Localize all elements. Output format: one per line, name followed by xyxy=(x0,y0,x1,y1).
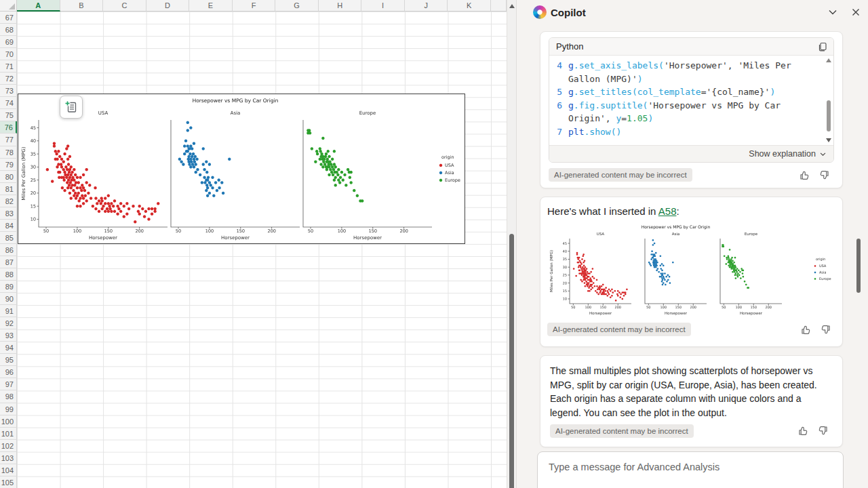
thumbs-down-icon[interactable] xyxy=(820,324,831,336)
row-header-103[interactable]: 103 xyxy=(0,452,17,464)
row-header-70[interactable]: 70 xyxy=(0,48,17,60)
main-chart-canvas[interactable] xyxy=(18,94,465,243)
row-header-68[interactable]: 68 xyxy=(0,24,17,36)
code-scrollbar[interactable] xyxy=(825,58,832,142)
column-header-B[interactable]: B xyxy=(60,0,104,12)
row-header-74[interactable]: 74 xyxy=(0,97,17,109)
row-header-86[interactable]: 86 xyxy=(0,244,17,256)
disclaimer-row: AI-generated content may be incorrect xyxy=(550,424,833,438)
code-body[interactable]: 4g.set_axis_labels('Horsepower', 'Miles … xyxy=(549,56,833,145)
thumbs-up-icon[interactable] xyxy=(800,324,812,336)
row-header-72[interactable]: 72 xyxy=(0,73,17,85)
select-all-button[interactable] xyxy=(0,0,17,12)
thumbs-up-icon[interactable] xyxy=(797,425,809,436)
line-number: 5 xyxy=(552,85,568,99)
row-header-80[interactable]: 80 xyxy=(0,171,17,183)
row-header-87[interactable]: 87 xyxy=(0,256,17,268)
disclaimer-row: AI-generated content may be incorrect xyxy=(547,323,835,336)
row-header-77[interactable]: 77 xyxy=(0,134,17,146)
row-header-73[interactable]: 73 xyxy=(0,85,17,97)
row-header-93[interactable]: 93 xyxy=(0,329,17,342)
panel-scrollbar-thumb[interactable] xyxy=(856,239,861,293)
sheet-scrollbar-thumb[interactable] xyxy=(509,234,514,488)
code-language-label: Python xyxy=(556,41,583,52)
column-header-F[interactable]: F xyxy=(233,0,276,12)
row-header-92[interactable]: 92 xyxy=(0,317,17,329)
thumbs-down-icon[interactable] xyxy=(817,425,829,436)
show-explanation-label: Show explanation xyxy=(749,149,816,159)
copilot-panel: Copilot Python 4g.set_axis_labels('H xyxy=(516,0,868,488)
row-header-100[interactable]: 100 xyxy=(0,415,17,428)
show-explanation-button[interactable]: Show explanation xyxy=(549,145,833,162)
row-header-79[interactable]: 79 xyxy=(0,159,17,171)
row-header-96[interactable]: 96 xyxy=(0,366,17,378)
row-header-83[interactable]: 83 xyxy=(0,207,17,220)
paste-options-button[interactable] xyxy=(60,96,83,119)
line-number: 7 xyxy=(552,125,568,139)
code-text: plt.show() xyxy=(568,125,823,139)
row-header-71[interactable]: 71 xyxy=(0,60,17,73)
row-header-104[interactable]: 104 xyxy=(0,464,17,476)
column-header-J[interactable]: J xyxy=(405,0,448,12)
sheet-vertical-scrollbar[interactable] xyxy=(507,0,516,488)
code-line-4: 4g.set_axis_labels('Horsepower', 'Miles … xyxy=(552,59,823,85)
code-block-header: Python xyxy=(549,38,833,56)
ai-disclaimer-badge: AI-generated content may be incorrect xyxy=(549,168,692,182)
cell-grid[interactable] xyxy=(17,12,507,488)
row-headers: 6768697071727374757677787980818283848586… xyxy=(0,12,17,488)
column-header-D[interactable]: D xyxy=(146,0,190,12)
column-header-filler xyxy=(491,0,507,12)
row-header-81[interactable]: 81 xyxy=(0,183,17,195)
code-line-7: 7plt.show() xyxy=(552,125,823,139)
row-header-67[interactable]: 67 xyxy=(0,12,17,24)
select-all-triangle-icon xyxy=(9,3,15,9)
chat-input[interactable] xyxy=(549,462,832,472)
row-header-91[interactable]: 91 xyxy=(0,305,17,317)
line-number: 6 xyxy=(552,99,568,125)
row-header-88[interactable]: 88 xyxy=(0,268,17,281)
feedback-buttons xyxy=(800,324,831,336)
code-scrollbar-thumb[interactable] xyxy=(827,100,831,131)
scroll-up-arrow-icon[interactable] xyxy=(509,4,515,8)
row-header-69[interactable]: 69 xyxy=(0,36,17,48)
code-scroll-up-icon[interactable] xyxy=(826,58,831,62)
summary-text: The small multiples plot showing scatter… xyxy=(550,364,833,420)
thumbs-down-icon[interactable] xyxy=(818,169,830,181)
row-header-90[interactable]: 90 xyxy=(0,293,17,305)
row-header-75[interactable]: 75 xyxy=(0,109,17,121)
row-header-76[interactable]: 76 xyxy=(0,121,17,134)
row-header-89[interactable]: 89 xyxy=(0,281,17,293)
row-header-82[interactable]: 82 xyxy=(0,195,17,207)
code-text: g.set_titles(col_template='{col_name}') xyxy=(568,85,823,99)
copilot-logo-icon xyxy=(533,5,547,19)
cell-reference-link[interactable]: A58 xyxy=(658,205,677,217)
copy-icon[interactable] xyxy=(817,41,828,52)
row-header-105[interactable]: 105 xyxy=(0,476,17,488)
row-header-102[interactable]: 102 xyxy=(0,440,17,452)
row-header-85[interactable]: 85 xyxy=(0,232,17,244)
code-block: Python 4g.set_axis_labels('Horsepower', … xyxy=(549,37,834,163)
close-icon[interactable] xyxy=(850,7,861,18)
embedded-chart[interactable] xyxy=(18,94,465,244)
row-header-98[interactable]: 98 xyxy=(0,390,17,403)
app-window: ABCDEFGHIJK 6768697071727374757677787980… xyxy=(0,0,868,488)
code-scroll-down-icon[interactable] xyxy=(826,138,831,142)
chevron-down-icon[interactable] xyxy=(827,7,838,18)
column-header-C[interactable]: C xyxy=(103,0,146,12)
column-header-K[interactable]: K xyxy=(448,0,491,12)
column-header-A[interactable]: A xyxy=(17,0,60,12)
row-header-94[interactable]: 94 xyxy=(0,342,17,354)
column-header-I[interactable]: I xyxy=(361,0,405,12)
column-header-H[interactable]: H xyxy=(319,0,362,12)
row-header-97[interactable]: 97 xyxy=(0,378,17,390)
row-header-84[interactable]: 84 xyxy=(0,220,17,232)
ai-disclaimer-badge: AI-generated content may be incorrect xyxy=(547,323,691,336)
thumbs-up-icon[interactable] xyxy=(799,169,810,181)
column-header-G[interactable]: G xyxy=(275,0,319,12)
column-header-E[interactable]: E xyxy=(189,0,233,12)
panel-title: Copilot xyxy=(551,7,586,18)
row-header-95[interactable]: 95 xyxy=(0,354,17,366)
row-header-101[interactable]: 101 xyxy=(0,428,17,440)
row-header-78[interactable]: 78 xyxy=(0,146,17,159)
row-header-99[interactable]: 99 xyxy=(0,403,17,415)
